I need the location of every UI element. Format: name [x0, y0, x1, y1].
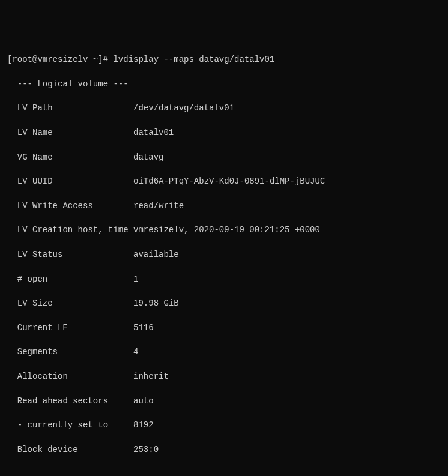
blank-line — [7, 468, 441, 476]
field-value: read/write — [133, 201, 184, 211]
field-value: 8192 — [133, 420, 154, 430]
field-label: LV Path — [7, 103, 133, 113]
lv-open: # open 1 — [7, 273, 441, 285]
field-label: Block device — [7, 445, 133, 454]
lv-write-access: LV Write Access read/write — [7, 200, 441, 212]
lv-segments: Segments 4 — [7, 346, 441, 358]
field-value: 4 — [133, 347, 138, 357]
field-label: Allocation — [7, 372, 133, 381]
lv-size: LV Size 19.98 GiB — [7, 297, 441, 309]
lv-status: LV Status available — [7, 249, 441, 261]
field-value: /dev/datavg/datalv01 — [133, 103, 234, 113]
lv-name: LV Name datalv01 — [7, 127, 441, 139]
field-label: LV Write Access — [7, 201, 133, 211]
field-value: oiTd6A-PTqY-AbzV-Kd0J-0891-dlMP-jBUJUC — [133, 176, 325, 186]
vg-name: VG Name datavg — [7, 151, 441, 163]
shell-prompt: [root@vmresizelv ~]# — [7, 55, 113, 64]
lv-currently-set: - currently set to 8192 — [7, 419, 441, 431]
field-value: available — [133, 250, 179, 259]
lv-read-ahead: Read ahead sectors auto — [7, 395, 441, 407]
section-header-lv: --- Logical volume --- — [7, 78, 441, 90]
field-value: auto — [133, 396, 154, 406]
command-line: [root@vmresizelv ~]# lvdisplay --maps da… — [7, 53, 441, 65]
field-label: Segments — [7, 347, 133, 357]
field-value: vmresizelv, 2020-09-19 00:21:25 +0000 — [133, 225, 320, 235]
field-value: 253:0 — [133, 445, 159, 454]
lv-current-le: Current LE 5116 — [7, 322, 441, 334]
field-label: VG Name — [7, 152, 133, 162]
field-label: # open — [7, 274, 133, 284]
field-label: LV UUID — [7, 176, 133, 186]
field-value: datalv01 — [133, 128, 174, 137]
field-label: Current LE — [7, 323, 133, 333]
field-value: inherit — [133, 372, 169, 381]
field-value: datavg — [133, 152, 163, 162]
lv-path: LV Path /dev/datavg/datalv01 — [7, 102, 441, 114]
lv-allocation: Allocation inherit — [7, 370, 441, 382]
field-label: LV Name — [7, 128, 133, 137]
field-value: 1 — [133, 274, 138, 284]
field-label: LV Size — [7, 298, 133, 308]
lv-block-device: Block device 253:0 — [7, 444, 441, 456]
lv-uuid: LV UUID oiTd6A-PTqY-AbzV-Kd0J-0891-dlMP-… — [7, 175, 441, 187]
lv-creation-host: LV Creation host, time vmresizelv, 2020-… — [7, 224, 441, 236]
field-value: 19.98 GiB — [133, 298, 179, 308]
command-text: lvdisplay --maps datavg/datalv01 — [113, 55, 274, 64]
field-label: LV Status — [7, 250, 133, 259]
field-label: - currently set to — [7, 420, 133, 430]
field-value: 5116 — [133, 323, 154, 333]
field-label: Read ahead sectors — [7, 396, 133, 406]
field-label: LV Creation host, time — [7, 225, 133, 235]
